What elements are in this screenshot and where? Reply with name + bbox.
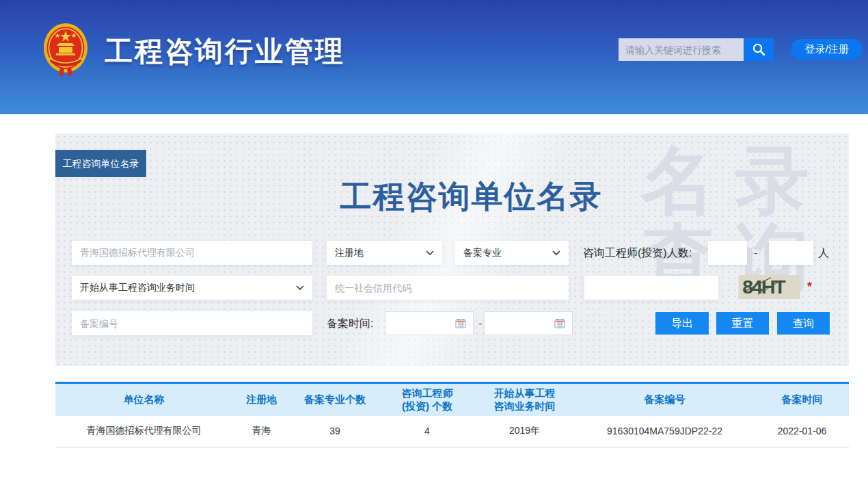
site-title: 工程咨询行业管理 — [105, 33, 345, 70]
header-search-button[interactable] — [744, 38, 774, 61]
record-time-label: 备案时间: — [327, 311, 373, 335]
site-header: 工程咨询行业管理 登录/注册 — [0, 0, 868, 114]
engineer-count-min-input[interactable] — [708, 241, 747, 265]
record-time-start-input[interactable] — [385, 311, 474, 335]
cell-specialty-count: 39 — [290, 416, 379, 447]
cell-start-time: 2019年 — [475, 416, 574, 447]
col-header-engineer-count: 咨询工程师 (投资) 个数 — [379, 384, 475, 416]
page-title: 工程咨询单位名录 — [55, 176, 849, 218]
col-header-start-time: 开始从事工程 咨询业务时间 — [475, 384, 574, 416]
cell-record-no: 91630104MA759JDP22-22 — [574, 416, 755, 447]
query-button[interactable]: 查询 — [777, 312, 830, 335]
record-time-end-input[interactable] — [484, 311, 573, 335]
select-value: 备案专业 — [463, 247, 502, 259]
col-header-specialty-count: 备案专业个数 — [290, 384, 379, 416]
captcha-image[interactable]: 84HT — [737, 275, 802, 299]
record-number-input[interactable] — [72, 311, 312, 335]
captcha-input[interactable] — [584, 276, 718, 300]
header-search-input[interactable] — [619, 38, 744, 61]
reset-button[interactable]: 重置 — [716, 312, 769, 335]
header-search-bar — [619, 38, 774, 61]
calendar-icon — [455, 318, 466, 328]
registration-place-select[interactable]: 注册地 — [327, 241, 442, 265]
search-icon — [752, 42, 766, 57]
cell-engineer-count: 4 — [379, 416, 475, 447]
engineer-count-label: 咨询工程师(投资)人数: — [583, 241, 692, 265]
credit-code-input[interactable] — [327, 276, 569, 300]
chevron-down-icon — [552, 250, 560, 255]
login-register-button[interactable]: 登录/注册 — [791, 39, 863, 60]
col-header-reg-place: 注册地 — [232, 384, 290, 416]
cell-reg-place: 青海 — [232, 416, 290, 447]
results-table: 单位名称 注册地 备案专业个数 咨询工程师 (投资) 个数 开始从事工程 咨询业… — [55, 382, 849, 447]
company-name-input[interactable] — [72, 241, 312, 265]
national-emblem-logo — [42, 23, 89, 77]
tab-unit-directory[interactable]: 工程咨询单位名录 — [55, 150, 146, 177]
col-header-record-no: 备案编号 — [574, 384, 755, 416]
select-value: 注册地 — [335, 247, 364, 259]
range-separator: - — [751, 241, 761, 265]
table-header-row: 单位名称 注册地 备案专业个数 咨询工程师 (投资) 个数 开始从事工程 咨询业… — [55, 384, 849, 416]
chevron-down-icon — [296, 285, 304, 290]
start-business-time-select[interactable]: 开始从事工程咨询业务时间 — [72, 276, 312, 300]
col-header-unit-name: 单位名称 — [55, 384, 232, 416]
chevron-down-icon — [426, 250, 434, 255]
panel-watermark: 名录 查询 — [641, 142, 830, 297]
calendar-icon — [554, 318, 565, 328]
range-separator: - — [477, 311, 484, 335]
cell-record-time: 2022-01-06 — [755, 416, 849, 447]
export-button[interactable]: 导出 — [655, 312, 709, 335]
cell-unit-name: 青海国德招标代理有限公司 — [55, 416, 232, 447]
record-specialty-select[interactable]: 备案专业 — [455, 241, 569, 265]
select-value: 开始从事工程咨询业务时间 — [80, 282, 195, 294]
person-unit-label: 人 — [818, 241, 829, 265]
query-panel: 名录 查询 工程咨询单位名录 工程咨询单位名录 注册地 备案专业 咨询工程师(投… — [55, 133, 849, 366]
col-header-record-time: 备案时间 — [755, 384, 849, 416]
engineer-count-max-input[interactable] — [769, 241, 813, 265]
required-asterisk: * — [807, 275, 812, 299]
table-row: 青海国德招标代理有限公司 青海 39 4 2019年 91630104MA759… — [55, 416, 849, 447]
captcha-text: 84HT — [742, 276, 786, 298]
